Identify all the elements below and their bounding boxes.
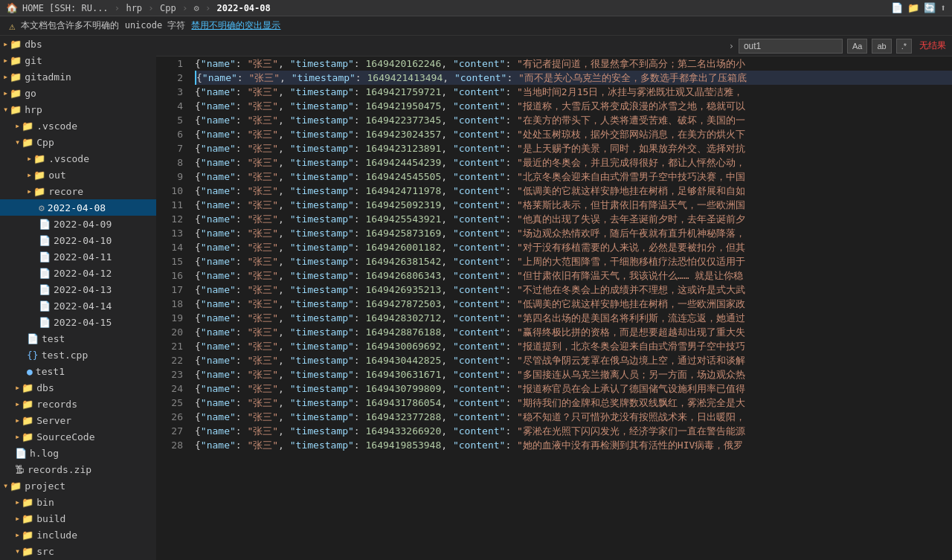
sidebar-label-out: out [48, 170, 156, 181]
sidebar-item-SourceCode[interactable]: ▸📁SourceCode [0, 428, 156, 445]
line-number-20: 20 [156, 325, 183, 339]
code-area[interactable]: 1234567891011121314151617181920212223242… [156, 57, 952, 560]
sidebar-item-2022-04-11[interactable]: 📄2022-04-11 [0, 248, 156, 265]
sidebar-item-2022-04-09[interactable]: 📄2022-04-09 [0, 216, 156, 232]
sidebar-label-go: go [25, 88, 156, 99]
sidebar-item-build[interactable]: ▸📁build [0, 510, 156, 527]
breadcrumb-home[interactable]: HOME [SSH: RU... [22, 3, 109, 13]
top-bar: 🏠 HOME [SSH: RU... › hrp › Cpp › ⚙ › 202… [0, 0, 952, 16]
sidebar-item-2022-04-15[interactable]: 📄2022-04-15 [0, 314, 156, 330]
sidebar-label-project: project [25, 480, 156, 492]
sidebar-item-project[interactable]: ▾📁project [0, 477, 156, 494]
code-line-17: {"name": "张三", "timestamp": 164942693521… [195, 283, 952, 297]
new-file-icon[interactable]: 📄 [891, 2, 903, 13]
sidebar-label-test-cpp: test.cpp [42, 350, 156, 361]
line-number-8: 8 [156, 155, 183, 170]
line-number-24: 24 [156, 382, 183, 396]
find-result: 无结果 [919, 39, 946, 52]
folder-symbol-go: 📁 [10, 88, 22, 99]
new-folder-icon[interactable]: 📁 [907, 2, 919, 13]
find-regex-button[interactable]: .* [896, 39, 912, 54]
file-icon-2022-04-11: 📄 [39, 251, 51, 263]
sidebar-item-test-cpp[interactable]: {}test.cpp [0, 347, 156, 363]
breadcrumb-cpp[interactable]: Cpp [160, 3, 176, 13]
sidebar-label-2022-04-11: 2022-04-11 [54, 251, 156, 263]
folder-icon-git: ▸ [3, 55, 8, 65]
code-line-11: {"name": "张三", "timestamp": 164942509231… [195, 198, 952, 212]
code-line-18: {"name": "张三", "timestamp": 164942787250… [195, 297, 952, 311]
sidebar-item-h-log[interactable]: 📄h.log [0, 445, 156, 461]
folder-symbol-hrp: 📁 [10, 104, 22, 115]
sidebar-item-include[interactable]: ▸📁include [0, 527, 156, 543]
sidebar-item-records-zip[interactable]: 🗜records.zip [0, 461, 156, 477]
sidebar-label-SourceCode: SourceCode [36, 431, 156, 442]
sidebar-item-2022-04-14[interactable]: 📄2022-04-14 [0, 297, 156, 314]
line-number-2: 2 [156, 71, 183, 85]
sidebar-label-records-zip: records.zip [28, 464, 156, 475]
code-line-23: {"name": "张三", "timestamp": 164943063167… [195, 367, 952, 382]
refresh-icon[interactable]: 🔄 [924, 2, 936, 13]
breadcrumb-sep-3: › [182, 2, 188, 13]
sidebar-item-test1[interactable]: ●test1 [0, 363, 156, 379]
find-input[interactable] [739, 39, 843, 54]
sidebar-label-dbs2: dbs [36, 382, 156, 393]
line-number-12: 12 [156, 212, 183, 226]
sidebar-item-dbs[interactable]: ▸📁dbs [0, 36, 156, 52]
line-number-26: 26 [156, 410, 183, 424]
sidebar-item-go[interactable]: ▸📁go [0, 85, 156, 101]
code-line-14: {"name": "张三", "timestamp": 164942600118… [195, 240, 952, 254]
line-numbers: 1234567891011121314151617181920212223242… [156, 57, 189, 560]
sidebar-item-test[interactable]: 📄test [0, 330, 156, 347]
sidebar-item-recore[interactable]: ▸📁recore [0, 183, 156, 199]
sidebar-item-gitadmin[interactable]: ▸📁gitadmin [0, 68, 156, 85]
code-line-10: {"name": "张三", "timestamp": 164942471197… [195, 184, 952, 198]
warning-link[interactable]: 禁用不明确的突出显示 [191, 19, 280, 32]
collapse-icon[interactable]: ⬆ [940, 2, 946, 13]
line-number-4: 4 [156, 99, 183, 113]
sidebar-item-hrp[interactable]: ▾📁hrp [0, 101, 156, 118]
folder-symbol-vscode-hrp: 📁 [22, 120, 33, 132]
line-number-21: 21 [156, 339, 183, 353]
folder-icon-records: ▸ [15, 399, 20, 409]
code-line-20: {"name": "张三", "timestamp": 164942887618… [195, 325, 952, 339]
sidebar-item-vscode-hrp[interactable]: ▸📁.vscode [0, 118, 156, 134]
warning-bar: ⚠ 本文档包含许多不明确的 unicode 字符 禁用不明确的突出显示 [0, 16, 952, 36]
find-match-case-button[interactable]: Aa [847, 39, 867, 54]
sidebar-item-out[interactable]: ▸📁out [0, 167, 156, 183]
sidebar-label-2022-04-14: 2022-04-14 [54, 300, 156, 312]
folder-symbol-git: 📁 [10, 55, 22, 66]
find-whole-word-button[interactable]: ab [872, 39, 891, 54]
line-number-14: 14 [156, 240, 183, 254]
code-line-13: {"name": "张三", "timestamp": 164942587316… [195, 226, 952, 240]
code-line-21: {"name": "张三", "timestamp": 164943006969… [195, 339, 952, 353]
sidebar-item-dbs2[interactable]: ▸📁dbs [0, 379, 156, 396]
sidebar-item-git[interactable]: ▸📁git [0, 52, 156, 68]
code-line-26: {"name": "张三", "timestamp": 164943237728… [195, 410, 952, 424]
line-number-10: 10 [156, 184, 183, 198]
sidebar-item-2022-04-13[interactable]: 📄2022-04-13 [0, 281, 156, 297]
sidebar-label-test1: test1 [36, 366, 156, 377]
sidebar-label-include: include [36, 530, 156, 541]
sidebar-item-Cpp[interactable]: ▾📁Cpp [0, 134, 156, 150]
folder-icon-SourceCode: ▸ [15, 431, 20, 442]
sidebar-item-src[interactable]: ▾📁src [0, 543, 156, 559]
line-number-27: 27 [156, 424, 183, 438]
folder-icon-Server: ▸ [15, 415, 20, 425]
sidebar-item-2022-04-08[interactable]: ⚙2022-04-08 [0, 199, 156, 216]
breadcrumb-sep-4: › [205, 2, 211, 13]
folder-symbol-include: 📁 [22, 530, 33, 541]
line-number-22: 22 [156, 353, 183, 367]
breadcrumb-file[interactable]: 2022-04-08 [217, 3, 271, 13]
sidebar-label-gitadmin: gitadmin [25, 71, 156, 83]
code-line-19: {"name": "张三", "timestamp": 164942830271… [195, 311, 952, 325]
sidebar-label-hrp: hrp [25, 104, 156, 115]
sidebar-item-vscode-cpp[interactable]: ▸📁.vscode [0, 150, 156, 167]
folder-icon-project: ▾ [3, 480, 8, 491]
home-icon: 🏠 [6, 2, 18, 13]
sidebar-item-bin[interactable]: ▸📁bin [0, 494, 156, 510]
sidebar-item-2022-04-12[interactable]: 📄2022-04-12 [0, 265, 156, 281]
sidebar-item-records[interactable]: ▸📁records [0, 396, 156, 412]
sidebar-item-Server[interactable]: ▸📁Server [0, 412, 156, 428]
breadcrumb-hrp[interactable]: hrp [126, 3, 142, 13]
sidebar-item-2022-04-10[interactable]: 📄2022-04-10 [0, 232, 156, 248]
